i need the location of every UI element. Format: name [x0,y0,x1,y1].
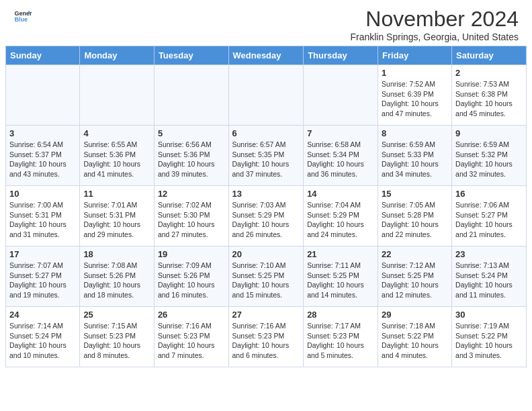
day-info: Sunrise: 7:12 AMSunset: 5:25 PMDaylight:… [382,261,448,300]
calendar-day-cell: 1Sunrise: 7:52 AMSunset: 6:39 PMDaylight… [378,65,452,126]
calendar-day-cell: 30Sunrise: 7:19 AMSunset: 5:22 PMDayligh… [452,307,527,367]
day-number: 14 [307,189,374,199]
day-number: 27 [232,310,300,320]
header: General Blue November 2024 Franklin Spri… [0,0,532,46]
calendar-week-row: 24Sunrise: 7:14 AMSunset: 5:24 PMDayligh… [6,307,527,367]
day-info: Sunrise: 7:03 AMSunset: 5:29 PMDaylight:… [232,200,300,240]
day-info: Sunrise: 6:56 AMSunset: 5:36 PMDaylight:… [158,140,225,179]
day-number: 18 [83,249,150,259]
day-number: 4 [83,128,150,138]
day-info: Sunrise: 7:19 AMSunset: 5:22 PMDaylight:… [455,321,523,361]
calendar-day-cell: 5Sunrise: 6:56 AMSunset: 5:36 PMDaylight… [154,126,228,186]
calendar-week-row: 10Sunrise: 7:00 AMSunset: 5:31 PMDayligh… [6,186,527,246]
calendar-day-cell: 6Sunrise: 6:57 AMSunset: 5:35 PMDaylight… [228,126,304,186]
calendar-container: SundayMondayTuesdayWednesdayThursdayFrid… [0,46,532,373]
day-info: Sunrise: 7:02 AMSunset: 5:30 PMDaylight:… [158,200,225,240]
day-of-week-header: Friday [378,46,452,65]
day-number: 24 [9,310,76,320]
day-info: Sunrise: 7:17 AMSunset: 5:23 PMDaylight:… [307,321,374,361]
calendar-day-cell: 29Sunrise: 7:18 AMSunset: 5:22 PMDayligh… [378,307,452,367]
day-number: 30 [455,310,523,320]
calendar-day-cell: 28Sunrise: 7:17 AMSunset: 5:23 PMDayligh… [304,307,378,367]
day-number: 5 [158,128,225,138]
day-number: 2 [455,68,523,78]
calendar-day-cell [154,65,228,126]
calendar-day-cell: 10Sunrise: 7:00 AMSunset: 5:31 PMDayligh… [6,186,80,246]
calendar-day-cell [228,65,304,126]
day-of-week-header: Sunday [6,46,80,65]
day-info: Sunrise: 7:00 AMSunset: 5:31 PMDaylight:… [9,200,76,240]
day-number: 26 [158,310,225,320]
day-of-week-header: Tuesday [154,46,228,65]
calendar-day-cell: 16Sunrise: 7:06 AMSunset: 5:27 PMDayligh… [452,186,527,246]
day-number: 1 [382,68,448,78]
day-info: Sunrise: 6:59 AMSunset: 5:33 PMDaylight:… [382,140,448,179]
calendar-week-row: 17Sunrise: 7:07 AMSunset: 5:27 PMDayligh… [6,246,527,307]
day-info: Sunrise: 6:54 AMSunset: 5:37 PMDaylight:… [9,140,76,179]
day-number: 15 [382,189,448,199]
calendar-day-cell: 14Sunrise: 7:04 AMSunset: 5:29 PMDayligh… [304,186,378,246]
svg-text:Blue: Blue [14,16,28,23]
day-info: Sunrise: 7:13 AMSunset: 5:24 PMDaylight:… [455,261,523,300]
calendar-day-cell: 18Sunrise: 7:08 AMSunset: 5:26 PMDayligh… [80,246,154,307]
day-number: 19 [158,249,225,259]
day-info: Sunrise: 7:16 AMSunset: 5:23 PMDaylight:… [232,321,300,361]
calendar-day-cell: 19Sunrise: 7:09 AMSunset: 5:26 PMDayligh… [154,246,228,307]
subtitle: Franklin Springs, Georgia, United States [350,32,519,42]
calendar-header-row: SundayMondayTuesdayWednesdayThursdayFrid… [6,46,527,65]
calendar-day-cell: 7Sunrise: 6:58 AMSunset: 5:34 PMDaylight… [304,126,378,186]
day-number: 7 [307,128,374,138]
calendar-day-cell: 4Sunrise: 6:55 AMSunset: 5:36 PMDaylight… [80,126,154,186]
calendar-day-cell: 17Sunrise: 7:07 AMSunset: 5:27 PMDayligh… [6,246,80,307]
day-info: Sunrise: 6:59 AMSunset: 5:32 PMDaylight:… [455,140,523,179]
day-number: 11 [83,189,150,199]
calendar-day-cell [6,65,80,126]
day-info: Sunrise: 7:05 AMSunset: 5:28 PMDaylight:… [382,200,448,240]
calendar-day-cell: 23Sunrise: 7:13 AMSunset: 5:24 PMDayligh… [452,246,527,307]
day-number: 9 [455,128,523,138]
day-number: 17 [9,249,76,259]
day-info: Sunrise: 7:52 AMSunset: 6:39 PMDaylight:… [382,79,448,119]
calendar-day-cell: 8Sunrise: 6:59 AMSunset: 5:33 PMDaylight… [378,126,452,186]
day-number: 22 [382,249,448,259]
day-info: Sunrise: 6:55 AMSunset: 5:36 PMDaylight:… [83,140,150,179]
day-number: 6 [232,128,300,138]
day-number: 12 [158,189,225,199]
day-info: Sunrise: 7:06 AMSunset: 5:27 PMDaylight:… [455,200,523,240]
calendar-table: SundayMondayTuesdayWednesdayThursdayFrid… [5,46,527,367]
day-info: Sunrise: 6:57 AMSunset: 5:35 PMDaylight:… [232,140,300,179]
calendar-day-cell: 13Sunrise: 7:03 AMSunset: 5:29 PMDayligh… [228,186,304,246]
calendar-day-cell: 15Sunrise: 7:05 AMSunset: 5:28 PMDayligh… [378,186,452,246]
calendar-day-cell: 11Sunrise: 7:01 AMSunset: 5:31 PMDayligh… [80,186,154,246]
day-number: 16 [455,189,523,199]
day-info: Sunrise: 7:10 AMSunset: 5:25 PMDaylight:… [232,261,300,300]
calendar-day-cell [80,65,154,126]
day-info: Sunrise: 7:01 AMSunset: 5:31 PMDaylight:… [83,200,150,240]
day-info: Sunrise: 7:07 AMSunset: 5:27 PMDaylight:… [9,261,76,300]
calendar-week-row: 3Sunrise: 6:54 AMSunset: 5:37 PMDaylight… [6,126,527,186]
day-info: Sunrise: 7:09 AMSunset: 5:26 PMDaylight:… [158,261,225,300]
calendar-day-cell: 27Sunrise: 7:16 AMSunset: 5:23 PMDayligh… [228,307,304,367]
calendar-day-cell: 12Sunrise: 7:02 AMSunset: 5:30 PMDayligh… [154,186,228,246]
calendar-day-cell: 25Sunrise: 7:15 AMSunset: 5:23 PMDayligh… [80,307,154,367]
calendar-day-cell: 21Sunrise: 7:11 AMSunset: 5:25 PMDayligh… [304,246,378,307]
day-number: 20 [232,249,300,259]
day-number: 3 [9,128,76,138]
day-info: Sunrise: 7:04 AMSunset: 5:29 PMDaylight:… [307,200,374,240]
day-info: Sunrise: 7:11 AMSunset: 5:25 PMDaylight:… [307,261,374,300]
day-number: 21 [307,249,374,259]
day-of-week-header: Monday [80,46,154,65]
day-number: 13 [232,189,300,199]
logo: General Blue [13,7,32,26]
day-info: Sunrise: 7:15 AMSunset: 5:23 PMDaylight:… [83,321,150,361]
day-info: Sunrise: 7:16 AMSunset: 5:23 PMDaylight:… [158,321,225,361]
calendar-week-row: 1Sunrise: 7:52 AMSunset: 6:39 PMDaylight… [6,65,527,126]
calendar-day-cell: 2Sunrise: 7:53 AMSunset: 6:38 PMDaylight… [452,65,527,126]
day-info: Sunrise: 7:18 AMSunset: 5:22 PMDaylight:… [382,321,448,361]
day-info: Sunrise: 7:08 AMSunset: 5:26 PMDaylight:… [83,261,150,300]
calendar-day-cell: 3Sunrise: 6:54 AMSunset: 5:37 PMDaylight… [6,126,80,186]
day-number: 25 [83,310,150,320]
day-info: Sunrise: 6:58 AMSunset: 5:34 PMDaylight:… [307,140,374,179]
day-number: 8 [382,128,448,138]
day-number: 23 [455,249,523,259]
